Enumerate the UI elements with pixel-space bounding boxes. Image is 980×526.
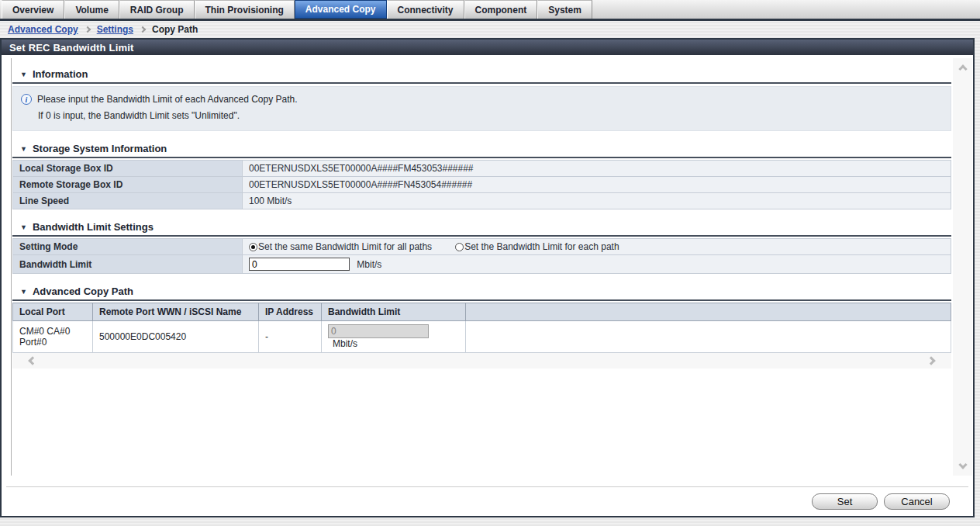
section-header-bandwidth-limit-settings[interactable]: ▼ Bandwidth Limit Settings [12,219,951,237]
bandwidth-unit-label: Mbit/s [357,259,381,270]
collapse-triangle-icon: ▼ [20,145,27,153]
tab-volume[interactable]: Volume [64,0,119,19]
tab-overview[interactable]: Overview [2,0,64,19]
chevron-right-icon [140,26,146,33]
advanced-copy-path-table: Local Port Remote Port WWN / iSCSI Name … [12,303,951,353]
scroll-down-icon[interactable] [958,460,967,469]
column-header-remote-port-wwn: Remote Port WWN / iSCSI Name [93,303,259,321]
collapse-triangle-icon: ▼ [20,288,27,296]
tab-system[interactable]: System [537,0,592,19]
local-storage-box-id-label: Local Storage Box ID [13,161,243,177]
line-speed-value: 100 Mbit/s [243,193,951,209]
info-icon: i [21,94,32,105]
breadcrumb-current-copy-path: Copy Path [152,24,198,35]
cancel-button[interactable]: Cancel [884,493,950,510]
radio-same-bandwidth-all-paths[interactable]: Set the same Bandwidth Limit for all pat… [249,241,432,252]
path-bandwidth-limit-input [328,324,429,338]
table-row: Remote Storage Box ID 00ETERNUSDXLS5ET00… [13,177,951,193]
table-row: Local Storage Box ID 00ETERNUSDXLS5ET000… [13,161,951,177]
remote-storage-box-id-value: 00ETERNUSDXLS5ET00000A####FN453054###### [243,177,951,193]
cell-local-port: CM#0 CA#0 Port#0 [13,321,93,353]
cell-ip-address: - [259,321,322,353]
breadcrumb-link-advanced-copy[interactable]: Advanced Copy [8,24,78,35]
tab-component[interactable]: Component [464,0,538,19]
radio-bandwidth-each-path[interactable]: Set the Bandwidth Limit for each path [455,241,619,252]
top-tab-bar: Overview Volume RAID Group Thin Provisio… [0,0,980,21]
scroll-right-icon[interactable] [927,356,935,365]
chevron-right-icon [84,26,90,33]
page-title: Set REC Bandwidth Limit [2,40,973,55]
radio-button-icon[interactable] [249,243,257,251]
scroll-up-icon[interactable] [958,64,967,73]
line-speed-label: Line Speed [13,193,243,209]
collapse-triangle-icon: ▼ [20,71,27,78]
local-storage-box-id-value: 00ETERNUSDXLS5ET00000A####FM453053###### [243,161,951,177]
section-header-advanced-copy-path[interactable]: ▼ Advanced Copy Path [12,283,951,301]
tab-advanced-copy[interactable]: Advanced Copy [295,0,387,19]
table-header-row: Local Port Remote Port WWN / iSCSI Name … [13,303,951,321]
table-row: Setting Mode Set the same Bandwidth Limi… [13,239,951,255]
bandwidth-limit-settings-table: Setting Mode Set the same Bandwidth Limi… [12,238,951,274]
breadcrumb-link-settings[interactable]: Settings [97,24,133,35]
column-header-ip-address: IP Address [259,303,322,321]
section-title-information: Information [33,68,88,80]
bandwidth-limit-input[interactable] [249,258,350,271]
tab-thin-provisioning[interactable]: Thin Provisioning [195,0,295,19]
section-title-bandwidth-limit-settings: Bandwidth Limit Settings [33,221,154,233]
info-message-line2: If 0 is input, the Bandwidth Limit sets … [21,110,943,121]
cell-remote-wwn: 500000E0DC005420 [93,321,259,353]
section-header-storage-system-information[interactable]: ▼ Storage System Information [12,140,951,158]
tab-raid-group[interactable]: RAID Group [119,0,195,19]
setting-mode-label: Setting Mode [13,239,243,255]
storage-system-information-table: Local Storage Box ID 00ETERNUSDXLS5ET000… [12,160,951,209]
path-bandwidth-unit-label: Mbit/s [333,338,357,349]
info-message-line1: Please input the Bandwidth Limit of each… [37,94,298,105]
remote-storage-box-id-label: Remote Storage Box ID [13,177,243,193]
radio-label-all-paths: Set the same Bandwidth Limit for all pat… [258,241,432,252]
column-header-bandwidth-limit: Bandwidth Limit [322,303,466,321]
radio-label-each-path: Set the Bandwidth Limit for each path [464,241,619,252]
vertical-scrollbar[interactable] [953,58,972,476]
breadcrumb: Advanced Copy Settings Copy Path [0,21,980,38]
information-box: i Please input the Bandwidth Limit of ea… [12,86,951,131]
section-title-storage-system-information: Storage System Information [33,143,167,154]
radio-button-icon[interactable] [455,243,464,251]
cell-empty [466,321,951,353]
cell-bandwidth-limit: Mbit/s [322,321,466,353]
table-row: Line Speed 100 Mbit/s [13,193,951,209]
table-row: Bandwidth Limit Mbit/s [13,255,951,274]
action-bar: Set Cancel [6,486,968,516]
column-header-empty [466,303,951,321]
tab-connectivity[interactable]: Connectivity [387,0,464,19]
section-title-advanced-copy-path: Advanced Copy Path [33,285,133,297]
horizontal-scrollbar[interactable] [12,353,951,369]
scroll-pane: ▼ Information i Please input the Bandwid… [11,58,951,476]
section-header-information[interactable]: ▼ Information [12,66,951,84]
collapse-triangle-icon: ▼ [20,223,27,231]
scroll-left-icon[interactable] [28,356,36,365]
set-button[interactable]: Set [812,493,878,510]
content-area: ▼ Information i Please input the Bandwid… [2,55,973,516]
column-header-local-port: Local Port [13,303,93,321]
main-panel: Set REC Bandwidth Limit ▼ Information i … [0,38,975,517]
bandwidth-limit-label: Bandwidth Limit [13,255,243,274]
table-row: CM#0 CA#0 Port#0 500000E0DC005420 - Mbit… [13,321,951,353]
